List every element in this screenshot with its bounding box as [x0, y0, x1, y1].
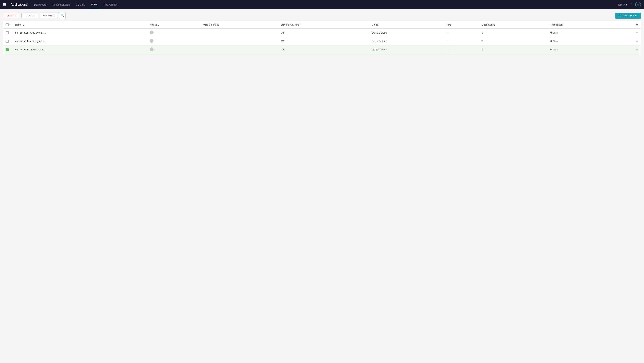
edit-icon[interactable]: ✏ [636, 40, 638, 43]
col-health-header: Health ... [148, 21, 201, 29]
row-throughput-3: 0.0bps [548, 46, 614, 54]
nav-pools[interactable]: Pools [89, 0, 100, 9]
health-indicator [150, 31, 154, 34]
nav-vs-vips[interactable]: VS VIPs [74, 0, 88, 9]
row-virtual-service-3 [201, 46, 278, 54]
row-open-conns-3: 0 [479, 46, 548, 54]
row-rps-3: — [444, 46, 479, 54]
col-name-header[interactable]: Name ▲ [13, 21, 148, 29]
row-name-1[interactable]: domain-c11--kube-system... [13, 29, 148, 37]
row-checkbox-cell [3, 46, 13, 54]
disable-button[interactable]: DISABLE [40, 13, 58, 19]
row-edit-3: ✏ [614, 46, 641, 54]
table-row: domain-c11--kube-system... 0/3 Default-C… [3, 37, 641, 46]
col-rps-header: RPS [444, 21, 479, 29]
app-brand: Applications [11, 3, 27, 6]
row-virtual-service-2 [201, 37, 278, 46]
search-icon: 🔍 [60, 14, 64, 17]
row-throughput-1: 0.0bps [548, 29, 614, 37]
col-open-conns-header: Open Conns [479, 21, 548, 29]
col-virtual-service-header: Virtual Service [201, 21, 278, 29]
row-health-2 [148, 37, 201, 46]
row-servers-3: 0/2 [278, 46, 370, 54]
row-checkbox-cell [3, 37, 13, 46]
col-cloud-header: Cloud [370, 21, 444, 29]
health-indicator [150, 47, 154, 51]
chevron-down-icon: ▾ [626, 3, 627, 6]
row-name-2[interactable]: domain-c11--kube-system... [13, 37, 148, 46]
row-checkbox-3[interactable] [6, 48, 8, 51]
row-cloud-1: Default-Cloud [370, 29, 444, 37]
pools-table: ▾ Name ▲ Health ... Virtual Service Serv… [3, 21, 641, 54]
row-edit-1: ✏ [614, 29, 641, 37]
enable-button: ENABLE [22, 13, 38, 19]
row-virtual-service-1 [201, 29, 278, 37]
row-checkbox-2[interactable] [6, 40, 8, 43]
create-pool-button[interactable]: CREATE POOL [615, 13, 641, 19]
nav-links: Dashboard Virtual Services VS VIPs Pools… [32, 0, 614, 9]
col-checkbox: ▾ [3, 21, 13, 29]
row-rps-2: — [444, 37, 479, 46]
row-checkbox-1[interactable] [6, 31, 8, 34]
row-cloud-2: Default-Cloud [370, 37, 444, 46]
row-name-3[interactable]: domain-c11--ns-01-tkg-clu... [13, 46, 148, 54]
table-row: domain-c11--ns-01-tkg-clu... 0/2 Default… [3, 46, 641, 54]
nav-pool-groups[interactable]: Pool Groups [102, 0, 120, 9]
row-health-3 [148, 46, 201, 54]
col-settings-header[interactable]: ⚙ [614, 21, 641, 29]
navbar: ☰ Applications Dashboard Virtual Service… [0, 0, 644, 9]
sort-icon: ▲ [22, 24, 24, 26]
avatar-initial: A [637, 3, 639, 6]
hamburger-icon[interactable]: ☰ [3, 3, 6, 7]
admin-menu[interactable]: admin ▾ [618, 3, 627, 6]
row-servers-2: 0/3 [278, 37, 370, 46]
row-checkbox-cell [3, 29, 13, 37]
delete-button[interactable]: DELETE [3, 13, 20, 19]
toolbar: DELETE ENABLE DISABLE 🔍 CREATE POOL [3, 12, 641, 19]
select-all-checkbox[interactable] [6, 23, 8, 26]
health-indicator [150, 39, 154, 43]
nav-virtual-services[interactable]: Virtual Services [50, 0, 72, 9]
row-cloud-3: Default-Cloud [370, 46, 444, 54]
search-button[interactable]: 🔍 [59, 12, 66, 19]
row-throughput-2: 0.0bps [548, 37, 614, 46]
col-throughput-header: Throughput [548, 21, 614, 29]
row-edit-2: ✏ [614, 37, 641, 46]
main-content: DELETE ENABLE DISABLE 🔍 CREATE POOL ▾ Na [0, 9, 644, 363]
admin-label: admin [618, 3, 625, 6]
avatar[interactable]: A [635, 2, 641, 8]
col-servers-header: Servers (Up/Total) [278, 21, 370, 29]
nav-dashboard[interactable]: Dashboard [32, 0, 49, 9]
pools-table-container: ▾ Name ▲ Health ... Virtual Service Serv… [3, 21, 641, 54]
row-health-1 [148, 29, 201, 37]
table-row: domain-c11--kube-system... 0/3 Default-C… [3, 29, 641, 37]
row-servers-1: 0/3 [278, 29, 370, 37]
more-options-icon[interactable]: ⋮ [630, 3, 633, 7]
column-settings-icon[interactable]: ⚙ [636, 24, 638, 26]
select-chevron-icon[interactable]: ▾ [10, 24, 10, 26]
nav-right: admin ▾ ⋮ A [618, 2, 641, 8]
table-header-row: ▾ Name ▲ Health ... Virtual Service Serv… [3, 21, 641, 29]
row-rps-1: — [444, 29, 479, 37]
edit-icon[interactable]: ✏ [636, 48, 638, 51]
app-title: Applications [11, 3, 27, 6]
row-open-conns-1: 0 [479, 29, 548, 37]
edit-icon[interactable]: ✏ [636, 31, 638, 34]
row-open-conns-2: 0 [479, 37, 548, 46]
